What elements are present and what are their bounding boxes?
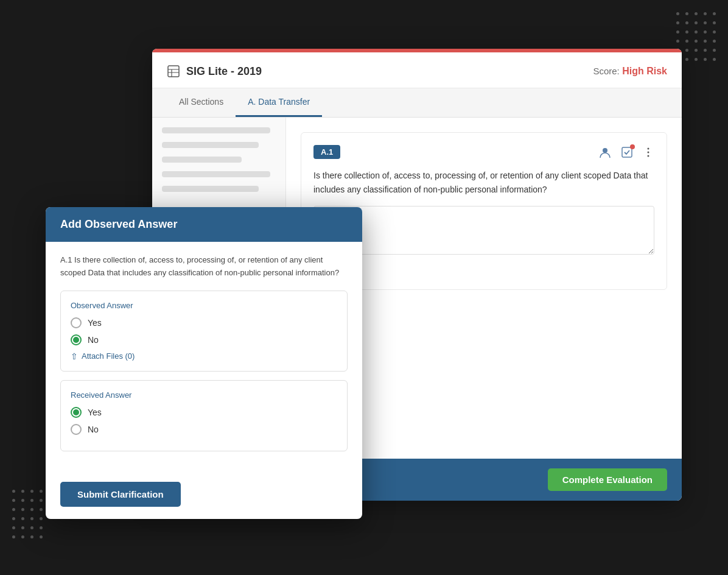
modal-body: A.1 Is there collection of, access to, p…	[46, 242, 362, 472]
attach-files-button[interactable]: ⇧ Attach Files (0)	[71, 351, 337, 361]
observed-yes-label: Yes	[88, 318, 102, 328]
skeleton-2	[162, 142, 259, 148]
svg-point-8	[648, 155, 649, 157]
svg-point-4	[603, 148, 607, 153]
received-no-option[interactable]: No	[71, 424, 337, 435]
dot	[695, 58, 698, 61]
dot	[40, 535, 43, 538]
received-yes-radio[interactable]	[71, 407, 82, 418]
dot	[30, 526, 33, 529]
more-options-icon[interactable]	[642, 146, 654, 158]
tab-data-transfer[interactable]: A. Data Transfer	[236, 88, 322, 117]
dot	[21, 490, 24, 493]
modal-question-text: A.1 Is there collection of, access to, p…	[60, 254, 348, 280]
dot-grid-bottom-left	[12, 490, 43, 538]
svg-rect-5	[622, 147, 632, 157]
score-display: Score: High Risk	[593, 66, 667, 77]
dot	[21, 526, 24, 529]
received-answer-label: Received Answer	[71, 390, 337, 400]
dot	[704, 12, 707, 15]
observed-no-radio[interactable]	[71, 334, 82, 345]
svg-point-7	[648, 152, 649, 153]
dot	[40, 517, 43, 520]
spreadsheet-icon	[167, 65, 180, 78]
dot	[713, 40, 716, 43]
question-text: Is there collection of, access to, proce…	[313, 169, 654, 196]
received-no-radio[interactable]	[71, 424, 82, 435]
dot	[21, 517, 24, 520]
dot	[685, 30, 688, 34]
app-title: SIG Lite - 2019	[186, 65, 262, 78]
skeleton-3	[162, 157, 242, 163]
received-answer-section: Received Answer Yes No	[60, 380, 348, 451]
dot	[713, 21, 716, 24]
dot	[21, 535, 24, 538]
dot	[30, 499, 33, 502]
tabs-row: All Sections A. Data Transfer	[152, 88, 682, 118]
dot	[40, 499, 43, 502]
modal-header: Add Observed Answer	[46, 207, 362, 242]
question-badge: A.1	[313, 145, 340, 159]
dot	[713, 49, 716, 52]
score-value: High Risk	[622, 66, 667, 76]
titlebar: SIG Lite - 2019 Score: High Risk	[152, 52, 682, 88]
dot	[685, 21, 688, 24]
add-observed-answer-modal: Add Observed Answer A.1 Is there collect…	[46, 207, 362, 519]
tab-all-sections[interactable]: All Sections	[167, 88, 236, 117]
dot	[12, 499, 15, 502]
modal-title: Add Observed Answer	[60, 218, 177, 230]
dot	[704, 21, 707, 24]
dot	[30, 490, 33, 493]
dot	[30, 517, 33, 520]
question-icons	[598, 146, 654, 159]
dot	[713, 12, 716, 15]
dot	[704, 58, 707, 61]
dot	[12, 526, 15, 529]
dot	[676, 21, 679, 24]
comment-textarea[interactable]	[313, 206, 654, 255]
dot	[695, 12, 698, 15]
modal-footer: Submit Clarification	[46, 472, 362, 519]
complete-evaluation-button[interactable]: Complete Evaluation	[548, 468, 667, 491]
observed-no-option[interactable]: No	[71, 334, 337, 345]
skeleton-4	[162, 171, 270, 177]
svg-rect-0	[168, 66, 179, 77]
score-label: Score:	[593, 66, 619, 76]
dot	[713, 30, 716, 34]
attach-files-label: Attach Files (0)	[82, 351, 135, 361]
received-yes-label: Yes	[88, 407, 102, 417]
dot	[695, 21, 698, 24]
dot	[704, 49, 707, 52]
observed-yes-radio[interactable]	[71, 317, 82, 328]
task-notification-icon[interactable]	[620, 146, 634, 159]
dot	[676, 40, 679, 43]
dot	[40, 508, 43, 511]
dot	[713, 58, 716, 61]
dot	[21, 499, 24, 502]
dot	[676, 30, 679, 34]
dot	[30, 535, 33, 538]
dot	[40, 526, 43, 529]
dot	[676, 12, 679, 15]
dot	[685, 49, 688, 52]
char-count: 10 / 10	[313, 263, 654, 277]
dot	[695, 40, 698, 43]
dot	[21, 508, 24, 511]
svg-point-6	[648, 148, 649, 150]
received-yes-option[interactable]: Yes	[71, 407, 337, 418]
upload-icon: ⇧	[71, 351, 78, 361]
received-no-label: No	[88, 425, 99, 434]
dot	[695, 30, 698, 34]
dot	[704, 30, 707, 34]
dot	[12, 517, 15, 520]
user-icon[interactable]	[598, 146, 612, 159]
observed-answer-label: Observed Answer	[71, 301, 337, 310]
app-title-group: SIG Lite - 2019	[167, 65, 262, 78]
observed-yes-option[interactable]: Yes	[71, 317, 337, 328]
dot	[12, 535, 15, 538]
dot	[12, 508, 15, 511]
skeleton-5	[162, 186, 259, 192]
submit-clarification-button[interactable]: Submit Clarification	[60, 482, 181, 507]
skeleton-1	[162, 127, 270, 133]
dot	[30, 508, 33, 511]
